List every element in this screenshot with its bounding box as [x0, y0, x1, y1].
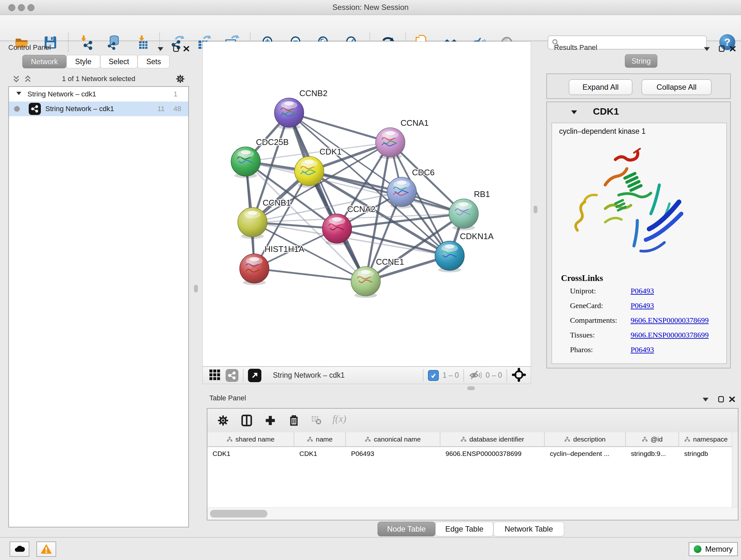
import-network-database-icon[interactable] [106, 35, 121, 50]
gene-description: cyclin–dependent kinase 1 [559, 127, 646, 136]
table-cell[interactable]: cyclin–dependent ... [545, 447, 626, 460]
tab-sets[interactable]: Sets [138, 55, 170, 68]
column-header-shared-name[interactable]: shared name [207, 432, 294, 446]
column-header--id[interactable]: @id [626, 432, 679, 446]
right-splitter-handle[interactable] [534, 206, 537, 213]
table-row[interactable]: CDK1CDK1P064939606.ENSP00000378699cyclin… [207, 447, 733, 460]
cloud-icon [13, 543, 26, 556]
create-column-icon[interactable] [264, 415, 277, 427]
horizontal-splitter-handle[interactable] [467, 386, 475, 390]
node-label-ccna1: CCNA1 [401, 118, 428, 128]
results-panel-float-icon[interactable] [718, 45, 726, 53]
network-node-ccnb1[interactable] [238, 207, 267, 239]
control-panel-close-icon[interactable] [183, 45, 191, 53]
main-toolbar: ? [0, 15, 741, 41]
crosslink-row: GeneCard:P06493 [552, 301, 726, 316]
table-cell[interactable]: P06493 [346, 447, 441, 460]
network-collection-row[interactable]: String Network – cdk1 1 [9, 87, 188, 102]
collapse-all-button[interactable]: Collapse All [642, 79, 712, 95]
network-row-selected[interactable]: String Network – cdk1 11 48 [9, 102, 188, 116]
table-horizontal-scrollbar[interactable] [207, 507, 738, 520]
open-in-new-window-icon[interactable] [248, 369, 261, 382]
node-label-cdc6: CDC6 [412, 168, 434, 177]
tab-edge-table[interactable]: Edge Table [435, 522, 493, 537]
control-panel-collapse-icon[interactable] [156, 45, 165, 53]
memory-button[interactable]: Memory [689, 542, 738, 556]
table-cell[interactable]: CDK1 [207, 447, 294, 460]
node-label-cdc25b: CDC25B [256, 137, 289, 147]
network-list-toolbar: 1 of 1 Network selected [8, 71, 189, 85]
crosslink-link-tissues-[interactable]: 9606.ENSP00000378699 [630, 331, 709, 339]
table-panel-title: Table Panel [209, 394, 246, 402]
network-overview-icon[interactable] [226, 369, 239, 382]
table-vertical-scrollbar[interactable] [732, 432, 738, 508]
table-panel-float-icon[interactable] [718, 395, 726, 403]
table-options-gear-icon[interactable] [217, 415, 230, 427]
gene-expander-icon[interactable] [570, 108, 578, 118]
network-list: String Network – cdk1 1 String Network –… [8, 86, 189, 527]
results-panel-close-icon[interactable] [729, 45, 737, 53]
tab-network-table[interactable]: Network Table [493, 522, 564, 537]
results-panel-collapse-icon[interactable] [703, 45, 711, 53]
control-panel-float-icon[interactable] [172, 45, 181, 53]
crosslinks-heading: CrossLinks [561, 273, 603, 283]
scrollbar-thumb[interactable] [210, 510, 267, 517]
show-columns-icon[interactable] [241, 415, 253, 427]
crosslink-row: Tissues:9606.ENSP00000378699 [552, 331, 726, 346]
tab-string[interactable]: String [625, 54, 657, 68]
network-node-cdc25b[interactable] [231, 147, 260, 178]
table-cell[interactable]: 9606.ENSP00000378699 [441, 447, 545, 460]
node-label-rb1: RB1 [474, 189, 490, 199]
network-node-hist1h1a[interactable] [240, 254, 269, 285]
birds-eye-view-icon[interactable] [208, 368, 221, 382]
crosslink-link-compartments-[interactable]: 9606.ENSP00000378699 [630, 316, 709, 325]
table-panel-collapse-icon[interactable] [701, 395, 710, 403]
gene-details-box: cyclin–dependent kinase 1 [551, 123, 727, 364]
network-node-ccna1[interactable] [376, 128, 405, 159]
crosslink-link-pharos-[interactable]: P06493 [630, 346, 654, 354]
column-header-canonical-name[interactable]: canonical name [346, 432, 441, 446]
import-table-file-icon[interactable] [135, 35, 151, 50]
left-splitter-handle[interactable] [194, 285, 198, 293]
network-list-options-icon[interactable] [176, 74, 185, 85]
table-cell[interactable]: stringdb [679, 447, 733, 460]
network-type-icon [29, 103, 41, 115]
network-status-dot [14, 106, 20, 112]
tab-node-table[interactable]: Node Table [378, 522, 435, 537]
network-view-canvas[interactable]: CCNB2CCNA1CDC25BCDK1CDC6RB1CCNB1CCNA2CDK… [202, 42, 531, 367]
column-header-name[interactable]: name [294, 432, 346, 446]
selected-items-checkbox[interactable] [428, 370, 439, 381]
column-header-description[interactable]: description [545, 432, 626, 446]
crosslink-link-uniprot-[interactable]: P06493 [630, 287, 654, 295]
delete-column-icon[interactable] [288, 415, 300, 427]
network-node-ccne1[interactable] [351, 266, 381, 298]
toolbar-separator [243, 369, 244, 382]
protein-structure-image [562, 144, 689, 256]
network-node-rb1[interactable] [449, 199, 478, 230]
tab-network[interactable]: Network [22, 55, 66, 68]
delete-table-icon[interactable] [311, 415, 324, 427]
network-node-cdkn1a[interactable] [435, 241, 464, 272]
fit-selected-icon[interactable] [512, 368, 526, 383]
column-header-namespace[interactable]: namespace [679, 432, 733, 446]
tab-select[interactable]: Select [100, 55, 138, 68]
node-label-cdk1: CDK1 [320, 147, 341, 157]
crosslink-row: Uniprot:P06493 [552, 287, 726, 301]
node-label-ccne1: CCNE1 [376, 257, 404, 266]
tab-style[interactable]: Style [66, 55, 100, 68]
table-cell[interactable]: stringdb:9... [626, 447, 679, 460]
warnings-button[interactable] [37, 542, 56, 557]
table-cell[interactable]: CDK1 [294, 447, 346, 460]
collection-expander-icon[interactable] [15, 90, 22, 99]
expand-all-button[interactable]: Expand All [569, 79, 632, 95]
table-panel-close-icon[interactable] [728, 395, 737, 403]
cloud-services-button[interactable] [10, 542, 29, 557]
network-edge[interactable] [254, 268, 366, 281]
hidden-node-edge-counts: 0 – 0 [486, 371, 502, 380]
function-builder-icon[interactable]: f(x) [333, 413, 346, 426]
crosslink-label-uniprot-: Uniprot: [570, 287, 596, 295]
import-network-file-icon[interactable] [78, 35, 94, 50]
network-edge[interactable] [289, 113, 390, 142]
column-header-database-identifier[interactable]: database identifier [441, 432, 545, 446]
crosslink-link-genecard-[interactable]: P06493 [630, 301, 654, 310]
